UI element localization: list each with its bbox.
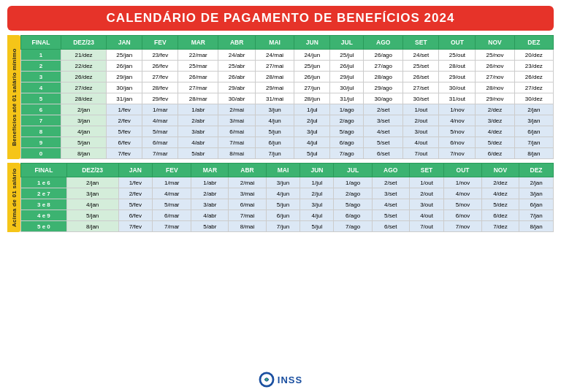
cell: 4/jan (61, 126, 107, 137)
cell: 6/jun (266, 210, 300, 221)
cell: 1/fev (118, 177, 153, 188)
cell: 30/ago (364, 93, 403, 104)
cell: 6/fev (107, 137, 142, 148)
page-title: CALENDÁRIO DE PAGAMENTO DE BENEFÍCIOS 20… (15, 11, 546, 26)
cell: 28/fev (142, 82, 178, 93)
cell: 3/mai (218, 115, 256, 126)
col-header-s2-5: ABR (229, 164, 266, 177)
cell: 2/out (403, 115, 439, 126)
cell: 3 (21, 72, 61, 82)
cell: 29/ago (364, 82, 403, 93)
cell: 2 (21, 61, 61, 72)
cell: 1/ago (334, 177, 372, 188)
cell: 3/jul (300, 199, 334, 210)
cell: 7/dez (481, 221, 519, 232)
cell: 3/jan (514, 115, 553, 126)
cell: 27/fev (142, 72, 178, 82)
col-header-s1-9: AGO (364, 36, 403, 50)
cell: 1/abr (178, 104, 218, 115)
cell: 26/jun (294, 72, 330, 82)
cell: 29/jul (330, 72, 364, 82)
cell: 4/jan (66, 199, 118, 210)
col-header-s2-0: FINAL (21, 164, 67, 177)
cell: 3 e 8 (21, 199, 67, 210)
cell: 30/dez (514, 93, 553, 104)
cell: 4/dez (481, 188, 519, 199)
cell: 4/jun (256, 115, 294, 126)
cell: 8/jan (61, 148, 107, 159)
cell: 25/jul (330, 50, 364, 61)
cell: 5/mar (142, 126, 178, 137)
cell: 21/dez (61, 50, 107, 61)
cell: 4/dez (476, 126, 514, 137)
cell: 5/abr (178, 148, 218, 159)
cell: 28/dez (61, 93, 107, 104)
col-header-s1-12: NOV (476, 36, 514, 50)
cell: 28/out (439, 61, 476, 72)
cell: 27/nov (476, 72, 514, 82)
cell: 5/nov (439, 126, 476, 137)
cell: 23/fev (142, 50, 178, 61)
cell: 29/fev (142, 93, 178, 104)
cell: 28/mar (178, 93, 218, 104)
table-row: 84/jan5/fev5/mar3/abr6/mai5/jun3/jul5/ag… (21, 126, 554, 137)
cell: 6/mar (142, 137, 178, 148)
cell: 8/jan (514, 148, 553, 159)
cell: 4/nov (444, 188, 481, 199)
cell: 31/jul (330, 93, 364, 104)
cell: 29/nov (476, 93, 514, 104)
cell: 29/out (439, 72, 476, 82)
table-row: 3 e 84/jan5/fev5/mar3/abr6/mai5/jun3/jul… (21, 199, 554, 210)
cell: 3/jan (66, 188, 118, 199)
header-banner: CALENDÁRIO DE PAGAMENTO DE BENEFÍCIOS 20… (7, 6, 554, 31)
cell: 6/jun (256, 137, 294, 148)
cell: 6/nov (444, 210, 481, 221)
col-header-s2-3: FEV (153, 164, 191, 177)
cell: 27/jun (294, 82, 330, 93)
cell: 28/nov (476, 82, 514, 93)
cell: 31/mai (256, 93, 294, 104)
col-header-s1-5: ABR (218, 36, 256, 50)
col-header-s2-10: SET (409, 164, 444, 177)
cell: 4/jun (266, 188, 300, 199)
cell: 28/jun (294, 93, 330, 104)
cell: 28/mai (256, 72, 294, 82)
cell: 2/set (372, 177, 409, 188)
cell: 6/nov (439, 137, 476, 148)
cell: 5 e 0 (21, 221, 67, 232)
cell: 6/fev (118, 210, 153, 221)
cell: 8/jan (519, 221, 554, 232)
cell: 6/mai (218, 126, 256, 137)
cell: 26/abr (218, 72, 256, 82)
cell: 27/ago (364, 61, 403, 72)
cell: 26/jan (107, 61, 142, 72)
cell: 1/jul (294, 104, 330, 115)
table-row: 4 e 95/jan6/fev6/mar4/abr7/mai6/jun4/jul… (21, 210, 554, 221)
cell: 27/mar (178, 82, 218, 93)
cell: 5/nov (444, 199, 481, 210)
cell: 2/ago (330, 115, 364, 126)
cell: 6/set (364, 148, 403, 159)
cell: 2/mai (218, 104, 256, 115)
cell: 24/abr (218, 50, 256, 61)
table-row: 427/dez30/jan28/fev27/mar29/abr29/mai27/… (21, 82, 554, 93)
cell: 25/out (439, 50, 476, 61)
footer: INSS (7, 372, 554, 388)
cell: 2/dez (476, 104, 514, 115)
table-row: 62/jan1/fev1/mar1/abr2/mai3/jun1/jul1/ag… (21, 104, 554, 115)
cell: 4/out (403, 137, 439, 148)
cell: 22/dez (61, 61, 107, 72)
cell: 25/abr (218, 61, 256, 72)
cell: 5/jan (66, 210, 118, 221)
col-header-s2-13: DEZ (519, 164, 554, 177)
cell: 30/out (439, 82, 476, 93)
cell: 4/jul (294, 137, 330, 148)
cell: 2/abr (191, 188, 229, 199)
cell: 4/mar (153, 188, 191, 199)
cell: 6 (21, 104, 61, 115)
col-header-s1-1: DEZ/23 (61, 36, 107, 50)
col-header-s2-2: JAN (118, 164, 153, 177)
cell: 2/ago (334, 188, 372, 199)
cell: 2/jan (514, 104, 553, 115)
cell: 5/ago (330, 126, 364, 137)
